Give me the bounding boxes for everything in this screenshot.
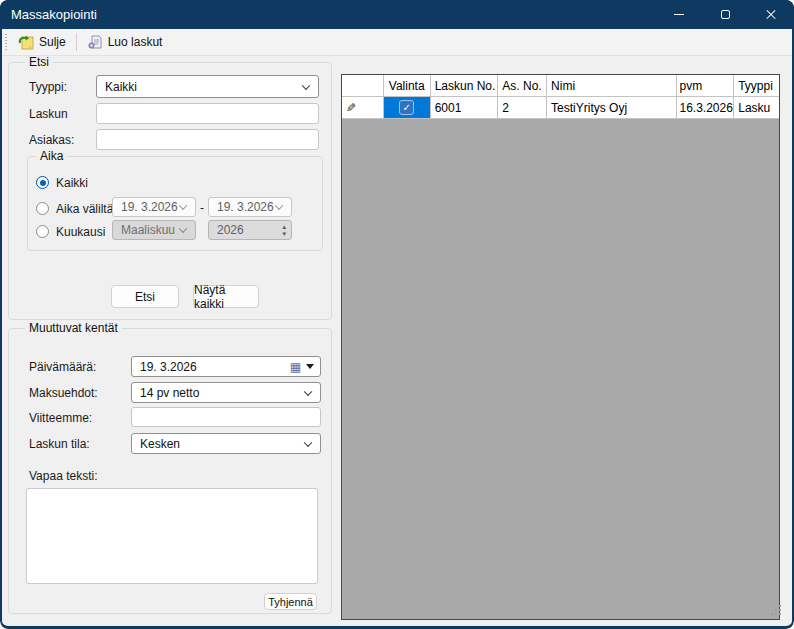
window-resize-grip[interactable]: [779, 613, 781, 615]
exit-note-icon: [18, 34, 34, 50]
free-text-label: Vapaa teksti:: [29, 469, 97, 483]
header-tyyppi[interactable]: Tyyppi: [734, 75, 779, 96]
luo-laskut-button[interactable]: Luo laskut: [81, 32, 169, 52]
mutable-fields-group-label: Muuttuvat kentät: [25, 321, 122, 335]
toolbar: Sulje Luo laskut: [2, 29, 792, 56]
date-picker[interactable]: 19. 3.2026 ▦: [131, 356, 321, 377]
search-group: Etsi Tyyppi: Kaikki Laskun Asiakas: Aika…: [8, 62, 332, 320]
date-picker-icons: ▦: [290, 362, 314, 372]
clear-button[interactable]: Tyhjennä: [264, 593, 317, 610]
month-combobox[interactable]: Maaliskuu: [112, 220, 196, 240]
search-button[interactable]: Etsi: [111, 285, 179, 308]
window-controls: [656, 0, 794, 29]
invoice-status-label: Laskun tila:: [29, 437, 90, 451]
customer-input[interactable]: [96, 129, 319, 150]
close-button[interactable]: [748, 0, 794, 29]
grid-header-row: Valinta Laskun No. As. No. Nimi pvm Tyyp…: [342, 75, 779, 97]
header-pvm[interactable]: pvm: [677, 75, 734, 96]
window-title: Massakopiointi: [0, 7, 97, 22]
year-spinner-value: 2026: [217, 223, 244, 237]
selection-checkbox-cell[interactable]: ✓: [384, 97, 431, 118]
chevron-down-icon: [275, 202, 283, 210]
free-text-textarea[interactable]: [26, 488, 318, 584]
grid-data-row[interactable]: ✎ ✓ 6001 2 TestiYritys Oyj 16.3.2026 Las…: [342, 97, 779, 119]
cell-invoice-no[interactable]: 6001: [431, 97, 499, 118]
chevron-down-icon: [179, 202, 187, 210]
spinner-down-icon[interactable]: ▾: [282, 230, 286, 237]
header-row-selector[interactable]: [342, 75, 384, 96]
month-combobox-value: Maaliskuu: [121, 223, 175, 237]
cell-type[interactable]: Lasku: [734, 97, 779, 118]
toolbar-separator: [76, 33, 77, 51]
minimize-icon: [674, 14, 684, 15]
invoice-grid: Valinta Laskun No. As. No. Nimi pvm Tyyp…: [341, 74, 780, 620]
edit-pencil-icon: ✎: [346, 101, 356, 115]
minimize-button[interactable]: [656, 0, 702, 29]
chevron-down-icon: [302, 81, 310, 89]
header-as-no[interactable]: As. No.: [498, 75, 547, 96]
titlebar: Massakopiointi: [0, 0, 794, 29]
maximize-button[interactable]: [702, 0, 748, 29]
mutable-fields-group: Muuttuvat kentät Päivämäärä: 19. 3.2026 …: [8, 328, 332, 614]
row-edit-indicator[interactable]: ✎: [342, 97, 384, 118]
show-all-button[interactable]: Näytä kaikki: [193, 285, 259, 308]
customer-label: Asiakas:: [29, 133, 74, 147]
payment-terms-label: Maksuehdot:: [29, 386, 98, 400]
time-month-label: Kuukausi: [56, 225, 105, 239]
time-group: Aika Kaikki Aika väliltä 19. 3.2026 - 19…: [27, 156, 323, 251]
maximize-icon: [721, 10, 730, 19]
spinner-up-icon[interactable]: ▴: [282, 223, 286, 230]
chevron-down-icon: [179, 225, 187, 233]
range-from-value: 19. 3.2026: [121, 200, 178, 214]
time-range-radio[interactable]: [36, 202, 49, 215]
type-label: Tyyppi:: [29, 80, 67, 94]
checkbox-checked-icon[interactable]: ✓: [399, 100, 414, 115]
time-all-radio[interactable]: [36, 176, 49, 189]
time-all-label: Kaikki: [56, 176, 88, 190]
invoice-no-input[interactable]: [96, 103, 319, 124]
cell-date[interactable]: 16.3.2026: [677, 97, 734, 118]
dropdown-arrow-icon: [306, 364, 314, 369]
show-all-button-label: Näytä kaikki: [194, 283, 258, 311]
clear-button-label: Tyhjennä: [268, 596, 313, 608]
type-combobox[interactable]: Kaikki: [96, 75, 319, 98]
reference-label: Viitteemme:: [29, 411, 92, 425]
cell-name[interactable]: TestiYritys Oyj: [547, 97, 677, 118]
range-from-datepicker[interactable]: 19. 3.2026: [112, 197, 196, 217]
cell-customer-no[interactable]: 2: [498, 97, 547, 118]
time-range-label: Aika väliltä: [56, 202, 113, 216]
reference-input[interactable]: [131, 407, 321, 427]
year-spinner[interactable]: 2026 ▴▾: [208, 220, 292, 240]
calendar-icon: ▦: [290, 362, 301, 372]
range-dash: -: [200, 201, 204, 215]
header-valinta[interactable]: Valinta: [384, 75, 431, 96]
spinner-arrows[interactable]: ▴▾: [282, 223, 286, 237]
invoice-document-icon: [87, 34, 103, 50]
chevron-down-icon: [304, 438, 312, 446]
sulje-label: Sulje: [39, 35, 66, 49]
time-month-radio[interactable]: [36, 225, 49, 238]
time-group-label: Aika: [36, 149, 67, 163]
luo-laskut-label: Luo laskut: [108, 35, 163, 49]
sulje-button[interactable]: Sulje: [12, 32, 72, 52]
invoice-no-label: Laskun: [29, 107, 68, 121]
date-picker-value: 19. 3.2026: [140, 360, 197, 374]
date-label: Päivämäärä:: [29, 360, 96, 374]
range-to-datepicker[interactable]: 19. 3.2026: [208, 197, 292, 217]
search-button-label: Etsi: [135, 290, 155, 304]
massakopiointi-window: Massakopiointi Sulje: [0, 0, 794, 629]
invoice-status-value: Kesken: [140, 437, 180, 451]
search-group-label: Etsi: [25, 55, 53, 69]
close-icon: [765, 9, 777, 21]
payment-terms-combobox[interactable]: 14 pv netto: [131, 382, 321, 403]
type-combobox-value: Kaikki: [105, 80, 137, 94]
payment-terms-value: 14 pv netto: [140, 386, 199, 400]
header-nimi[interactable]: Nimi: [547, 75, 677, 96]
chevron-down-icon: [304, 387, 312, 395]
header-laskun-no[interactable]: Laskun No.: [431, 75, 499, 96]
range-to-value: 19. 3.2026: [217, 200, 274, 214]
toolbar-grip-handle[interactable]: [5, 34, 7, 50]
invoice-status-combobox[interactable]: Kesken: [131, 433, 321, 454]
